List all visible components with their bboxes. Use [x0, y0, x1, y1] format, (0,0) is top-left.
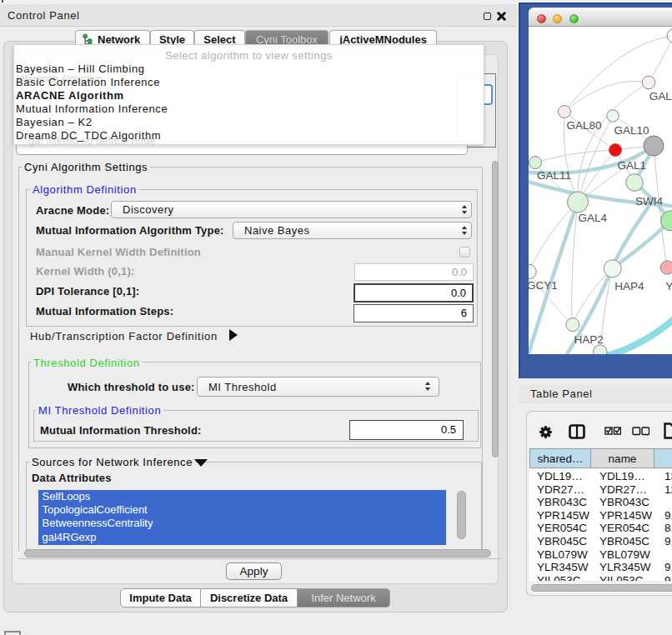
svg-text:GAL: GAL [649, 90, 672, 102]
svg-text:GCY1: GCY1 [529, 279, 558, 292]
svg-text:GAL11: GAL11 [537, 169, 571, 182]
svg-text:GAL80: GAL80 [567, 119, 602, 132]
svg-text:SWI4: SWI4 [635, 195, 663, 208]
svg-text:HAP4: HAP4 [614, 280, 644, 292]
svg-text:GAL1: GAL1 [618, 159, 647, 172]
svg-text:GAL4: GAL4 [579, 212, 608, 224]
svg-text:GAL10: GAL10 [614, 124, 649, 137]
svg-text:Y: Y [665, 280, 672, 292]
svg-text:HAP2: HAP2 [574, 333, 604, 346]
